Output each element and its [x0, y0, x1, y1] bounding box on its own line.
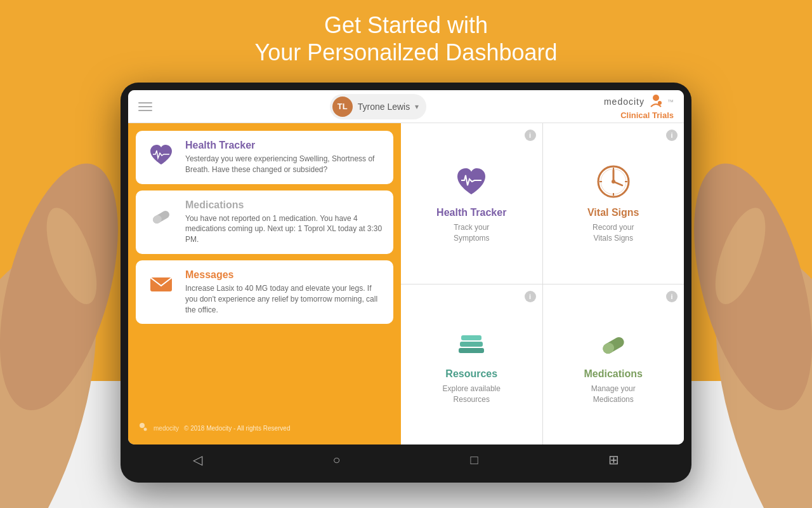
header-line2: Your Personailzed Dashboard: [0, 39, 812, 66]
info-button-medications[interactable]: i: [666, 291, 678, 302]
dashboard-resources[interactable]: i Resources Explore available Resources: [401, 284, 542, 445]
right-hand: [685, 64, 812, 508]
username-label: Tyrone Lewis: [358, 102, 410, 112]
svg-point-22: [0, 151, 127, 423]
dashboard-resources-title: Resources: [445, 368, 497, 380]
logo-subtitle: Clinical Trials: [620, 110, 674, 120]
svg-point-5: [140, 423, 145, 428]
messages-title: Messages: [185, 269, 383, 281]
health-tracker-icon: [146, 140, 176, 170]
medications-title: Medications: [185, 199, 383, 211]
nav-recents-button[interactable]: □: [470, 453, 478, 467]
info-button-health[interactable]: i: [525, 130, 536, 141]
messages-body: Increase Lasix to 40 MG today and elevat…: [185, 283, 383, 315]
hamburger-menu[interactable]: [138, 102, 152, 111]
messages-card[interactable]: Messages Increase Lasix to 40 MG today a…: [136, 260, 393, 324]
tablet-screen: TL Tyrone Lewis ▾ medocity ™ Clinical Tr…: [128, 90, 684, 444]
main-content: Health Tracker Yesterday you were experi…: [128, 123, 684, 444]
messages-text: Messages Increase Lasix to 40 MG today a…: [185, 269, 383, 315]
dashboard-vitals-title: Vital Signs: [587, 207, 639, 218]
svg-rect-16: [459, 348, 484, 353]
nav-back-button[interactable]: ◁: [193, 452, 202, 467]
health-tracker-body: Yesterday you were experiencing Swelling…: [185, 154, 383, 175]
messages-icon: [146, 269, 176, 300]
dashboard-medications-title: Medications: [584, 368, 643, 380]
dashboard-health-icon: [452, 163, 490, 201]
nav-grid-button[interactable]: ⊞: [608, 452, 619, 467]
medications-body: You have not reported on 1 medication. Y…: [185, 213, 383, 245]
footer-copyright: © 2018 Medocity - All rights Reserved: [184, 425, 290, 432]
dashboard-resources-icon: [452, 324, 490, 362]
svg-rect-17: [460, 342, 483, 347]
dashboard-vital-signs[interactable]: i: [543, 123, 684, 284]
dashboard-medications[interactable]: i Medications Manage your Medications: [543, 284, 684, 445]
left-panel: Health Tracker Yesterday you were experi…: [128, 123, 401, 444]
chevron-down-icon: ▾: [415, 102, 419, 111]
health-tracker-card[interactable]: Health Tracker Yesterday you were experi…: [136, 131, 393, 184]
dashboard-medications-icon: [594, 324, 632, 362]
dashboard-vitals-icon: [594, 163, 632, 201]
tablet-bottom-nav: ◁ ○ □ ⊞: [128, 444, 684, 475]
health-tracker-title: Health Tracker: [185, 140, 383, 151]
avatar: TL: [332, 97, 353, 117]
medications-card[interactable]: Medications You have not reported on 1 m…: [136, 190, 393, 254]
svg-point-11: [612, 180, 615, 184]
dashboard-health-subtitle: Track your Symptoms: [454, 222, 490, 244]
right-panel: i Health Tracker Track your Symptoms: [401, 123, 684, 444]
nav-home-button[interactable]: ○: [332, 453, 340, 467]
medications-icon: [146, 199, 176, 230]
dashboard-resources-subtitle: Explore available Resources: [443, 384, 501, 405]
logo-area: medocity ™ Clinical Trials: [604, 93, 674, 120]
header-line1: Get Started with: [0, 11, 812, 39]
info-button-vitals[interactable]: i: [666, 130, 678, 141]
medications-text: Medications You have not reported on 1 m…: [185, 199, 383, 245]
svg-point-6: [144, 428, 147, 431]
svg-point-25: [685, 151, 812, 423]
dashboard-vitals-subtitle: Record your Vitals Signs: [593, 222, 634, 244]
left-hand: [0, 64, 127, 508]
footer-logo-text: medocity: [154, 425, 179, 432]
dashboard-medications-subtitle: Manage your Medications: [591, 384, 636, 405]
dashboard-health-tracker[interactable]: i Health Tracker Track your Symptoms: [401, 123, 542, 284]
health-tracker-text: Health Tracker Yesterday you were experi…: [185, 140, 383, 175]
svg-point-0: [653, 95, 659, 101]
footer-logo-icon: [136, 422, 148, 434]
user-selector[interactable]: TL Tyrone Lewis ▾: [330, 94, 426, 119]
nav-bar: TL Tyrone Lewis ▾ medocity ™ Clinical Tr…: [128, 90, 684, 123]
dashboard-health-title: Health Tracker: [436, 207, 506, 218]
logo-text: medocity: [604, 97, 645, 107]
left-footer: medocity © 2018 Medocity - All rights Re…: [136, 419, 393, 437]
svg-rect-18: [461, 335, 481, 340]
info-button-resources[interactable]: i: [525, 291, 536, 302]
medocity-icon: [647, 93, 665, 110]
